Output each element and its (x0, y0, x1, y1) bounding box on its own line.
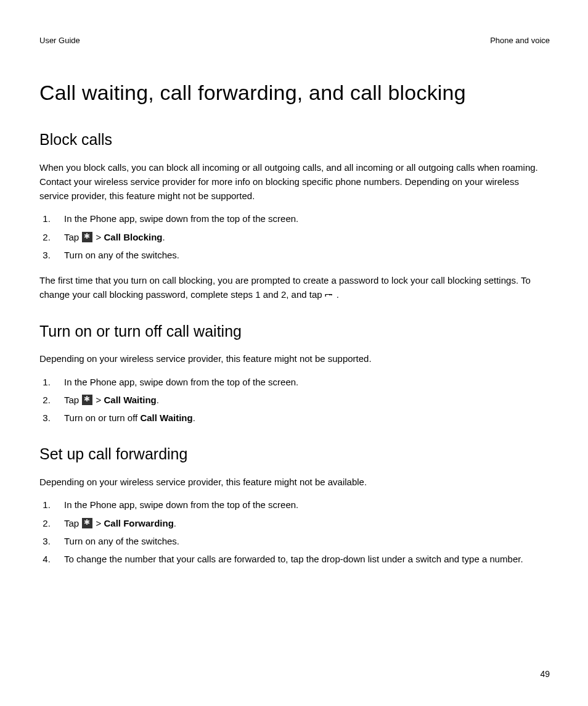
note-text: The first time that you turn on call blo… (39, 275, 531, 300)
section-block-calls-heading: Block calls (39, 128, 550, 152)
list-item: In the Phone app, swipe down from the to… (53, 498, 550, 512)
list-item: In the Phone app, swipe down from the to… (53, 375, 550, 389)
note-text: . (337, 289, 339, 300)
call-forwarding-steps: In the Phone app, swipe down from the to… (39, 498, 550, 566)
page-number: 49 (540, 668, 550, 681)
step-text: . (163, 232, 165, 242)
call-waiting-intro: Depending on your wireless service provi… (39, 351, 550, 366)
step-text: Tap (64, 395, 81, 405)
list-item: Tap > Call Blocking. (53, 230, 550, 244)
list-item: Tap > Call Forwarding. (53, 516, 550, 530)
step-text: Tap (64, 518, 81, 528)
call-waiting-steps: In the Phone app, swipe down from the to… (39, 375, 550, 425)
step-bold: Call Forwarding (104, 518, 173, 528)
list-item: Turn on or turn off Call Waiting. (53, 411, 550, 425)
page-title: Call waiting, call forwarding, and call … (39, 76, 550, 109)
section-call-waiting-heading: Turn on or turn off call waiting (39, 319, 550, 343)
settings-gear-icon (82, 232, 92, 242)
list-item: Turn on any of the switches. (53, 248, 550, 262)
list-item: Turn on any of the switches. (53, 534, 550, 548)
block-calls-note: The first time that you turn on call blo… (39, 273, 550, 302)
block-calls-intro: When you block calls, you can block all … (39, 160, 550, 203)
page-header: User Guide Phone and voice (39, 35, 550, 47)
password-key-icon (325, 292, 336, 298)
step-text: Tap (64, 232, 81, 242)
step-text: > (93, 232, 104, 242)
step-bold: Call Waiting (140, 413, 192, 423)
call-forwarding-intro: Depending on your wireless service provi… (39, 475, 550, 489)
step-text: Turn on or turn off (64, 413, 140, 423)
step-text: > (93, 518, 104, 528)
section-call-forwarding-heading: Set up call forwarding (39, 442, 550, 466)
header-right: Phone and voice (490, 35, 550, 47)
step-text: . (193, 413, 195, 423)
block-calls-steps: In the Phone app, swipe down from the to… (39, 211, 550, 262)
step-text: . (174, 518, 176, 528)
settings-gear-icon (82, 395, 92, 405)
step-bold: Call Blocking (104, 232, 162, 242)
header-left: User Guide (39, 35, 80, 47)
step-text: > (93, 395, 104, 405)
step-bold: Call Waiting (104, 395, 156, 405)
list-item: To change the number that your calls are… (53, 552, 550, 566)
list-item: In the Phone app, swipe down from the to… (53, 211, 550, 226)
list-item: Tap > Call Waiting. (53, 393, 550, 407)
settings-gear-icon (82, 518, 92, 528)
step-text: . (157, 395, 159, 405)
